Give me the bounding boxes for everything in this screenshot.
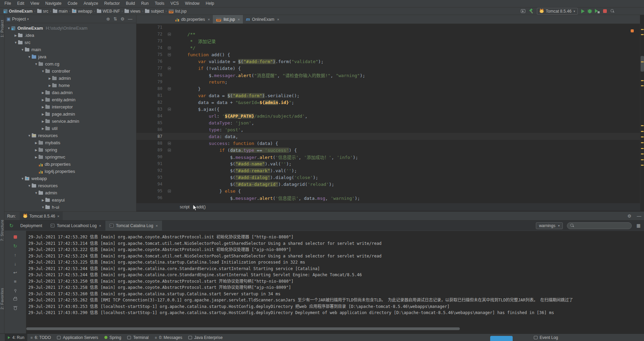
- breadcrumb-item-web-inf[interactable]: WEB-INF: [96, 9, 121, 14]
- console-search-input[interactable]: [567, 222, 632, 229]
- tree-node-resources[interactable]: ▼resources: [4, 132, 136, 139]
- editor-breadcrumb-item[interactable]: add(): [196, 205, 206, 209]
- tree-toggle-icon[interactable]: ▼: [27, 134, 32, 137]
- statusbar-0--messages[interactable]: ≡0: Messages: [152, 334, 185, 341]
- menu-code[interactable]: Code: [64, 0, 80, 7]
- fold-marker-icon[interactable]: [168, 46, 171, 49]
- statusbar-spring[interactable]: Spring: [101, 334, 125, 341]
- stop-button[interactable]: [603, 9, 607, 13]
- tree-node-admin[interactable]: ▶admin: [4, 75, 136, 82]
- tree-toggle-icon[interactable]: ▼: [34, 191, 39, 195]
- tree-node-main[interactable]: ▼main: [4, 46, 136, 53]
- tree-toggle-icon[interactable]: ▼: [20, 177, 25, 180]
- gear-icon[interactable]: ⚙: [119, 16, 126, 21]
- console-tab-deployment[interactable]: Deployment: [16, 221, 46, 231]
- trash-icon[interactable]: [11, 305, 19, 311]
- chevron-down-icon[interactable]: ▾: [27, 17, 29, 21]
- menu-window[interactable]: Window: [182, 0, 203, 7]
- tree-toggle-icon[interactable]: ▶: [34, 155, 39, 159]
- tree-toggle-icon[interactable]: ▶: [41, 91, 45, 94]
- search-everywhere-icon[interactable]: [610, 9, 615, 13]
- tree-toggle-icon[interactable]: ▼: [41, 206, 45, 209]
- wrap-icon[interactable]: ↩: [11, 269, 19, 276]
- tree-node-h-ui[interactable]: ▼h-ui: [4, 204, 136, 211]
- breadcrumb-item-subject[interactable]: subject: [144, 9, 164, 14]
- error-stripe[interactable]: [640, 15, 644, 211]
- tree-node-interceptor[interactable]: ▶interceptor: [4, 103, 136, 110]
- fold-marker-icon[interactable]: [168, 149, 171, 152]
- tree-toggle-icon[interactable]: ▼: [34, 62, 39, 66]
- tree-toggle-icon[interactable]: ▶: [41, 127, 45, 130]
- breadcrumb-item-views[interactable]: views: [124, 9, 141, 14]
- breadcrumb-item-webapp[interactable]: webapp: [71, 9, 93, 14]
- tree-toggle-icon[interactable]: ▶: [34, 148, 39, 152]
- tree-node-spring[interactable]: ▶spring: [4, 146, 136, 153]
- close-icon[interactable]: ×: [208, 17, 210, 21]
- tree-node--idea[interactable]: ▶.idea: [4, 32, 136, 39]
- tree-toggle-icon[interactable]: ▼: [13, 41, 18, 44]
- fold-marker-icon[interactable]: [168, 87, 171, 90]
- locate-file-icon[interactable]: ⊕: [105, 16, 112, 21]
- project-panel-title[interactable]: Project: [12, 16, 26, 21]
- tree-toggle-icon[interactable]: ▶: [41, 98, 45, 102]
- console-horizontal-scrollbar[interactable]: [26, 327, 460, 331]
- menu-view[interactable]: View: [27, 0, 42, 7]
- statusbar-application-servers[interactable]: Application Servers: [54, 334, 101, 341]
- menu-navigate[interactable]: Navigate: [42, 0, 64, 7]
- tool-stripe-project[interactable]: 1: Project: [0, 20, 4, 37]
- tree-node-java[interactable]: ▼java: [4, 53, 136, 60]
- statusbar-6--todo[interactable]: ≡6: TODO: [27, 334, 54, 341]
- tree-node-log4j-properties[interactable]: log4j.properties: [4, 168, 136, 175]
- printer-icon[interactable]: [11, 296, 19, 302]
- editor-scrollbar-thumb[interactable]: [641, 56, 644, 72]
- tree-node-com-cg[interactable]: ▼com.cg: [4, 60, 136, 68]
- stop-icon[interactable]: [11, 234, 19, 240]
- debug-button[interactable]: [588, 9, 591, 13]
- tree-node-service-admin[interactable]: ▶service.admin: [4, 118, 136, 125]
- editor-tab-list-jsp[interactable]: list.jsp×: [213, 15, 243, 24]
- tool-stripe-structure[interactable]: 7: Structure: [0, 220, 4, 241]
- fold-marker-icon[interactable]: [168, 190, 171, 193]
- tree-toggle-icon[interactable]: ▼: [6, 27, 11, 30]
- layout-grid-icon[interactable]: ▦: [636, 223, 641, 228]
- breadcrumb-item-onlineexam[interactable]: OnlineExam: [3, 9, 33, 14]
- fold-marker-icon[interactable]: [168, 67, 171, 70]
- tree-toggle-icon[interactable]: ▶: [41, 105, 45, 109]
- tree-toggle-icon[interactable]: ▼: [20, 48, 25, 51]
- breadcrumb-item-main[interactable]: main: [52, 9, 68, 14]
- fold-marker-icon[interactable]: [168, 108, 171, 111]
- tree-node-db-properties[interactable]: db.properties: [4, 161, 136, 168]
- close-icon[interactable]: ×: [99, 224, 101, 228]
- statusbar-4--run[interactable]: 4: Run: [5, 334, 27, 341]
- run-button[interactable]: [581, 9, 585, 13]
- tree-toggle-icon[interactable]: ▶: [41, 198, 45, 202]
- menu-tools[interactable]: Tools: [152, 0, 167, 7]
- tree-node-home[interactable]: ▶home: [4, 82, 136, 89]
- tree-node-resources[interactable]: ▼resources: [4, 182, 136, 189]
- rerun-server-icon[interactable]: ↻: [6, 223, 16, 229]
- tree-toggle-icon[interactable]: ▶: [13, 34, 18, 37]
- tree-node-springmvc[interactable]: ▶springmvc: [4, 153, 136, 161]
- pin-icon[interactable]: [11, 287, 19, 294]
- collapse-all-icon[interactable]: ⇅: [112, 16, 119, 21]
- tree-node-entity-admin[interactable]: ▶entity.admin: [4, 96, 136, 103]
- console-log[interactable]: 29-Jul-2021 17:42:53.202 信息 [main] org.a…: [28, 234, 643, 320]
- breadcrumb-item-src[interactable]: src: [36, 9, 49, 14]
- run-tab-tomcat[interactable]: Tomcat 8.5.46 ×: [20, 212, 63, 220]
- tree-toggle-icon[interactable]: ▶: [47, 84, 52, 87]
- tree-node-page-admin[interactable]: ▶page.admin: [4, 110, 136, 118]
- close-icon[interactable]: ×: [57, 214, 59, 218]
- console-tab-tomcat-localhost-log[interactable]: ›Tomcat Localhost Log×: [46, 221, 105, 231]
- down-icon[interactable]: ↓: [11, 260, 19, 267]
- menu-help[interactable]: Help: [203, 0, 217, 7]
- editor-tab-db-properties[interactable]: db.properties×: [172, 15, 213, 24]
- hide-panel-icon[interactable]: —: [126, 16, 134, 21]
- fold-marker-icon[interactable]: [168, 142, 171, 145]
- editor-tab-onlineexam[interactable]: mOnlineExam×: [243, 15, 282, 24]
- menu-refactor[interactable]: Refactor: [101, 0, 123, 7]
- run-with-coverage-button[interactable]: [595, 9, 600, 13]
- rerun-icon[interactable]: ↻: [11, 242, 19, 249]
- menu-build[interactable]: Build: [123, 0, 138, 7]
- tree-node-mybatis[interactable]: ▶mybatis: [4, 139, 136, 146]
- close-icon[interactable]: ×: [238, 17, 240, 21]
